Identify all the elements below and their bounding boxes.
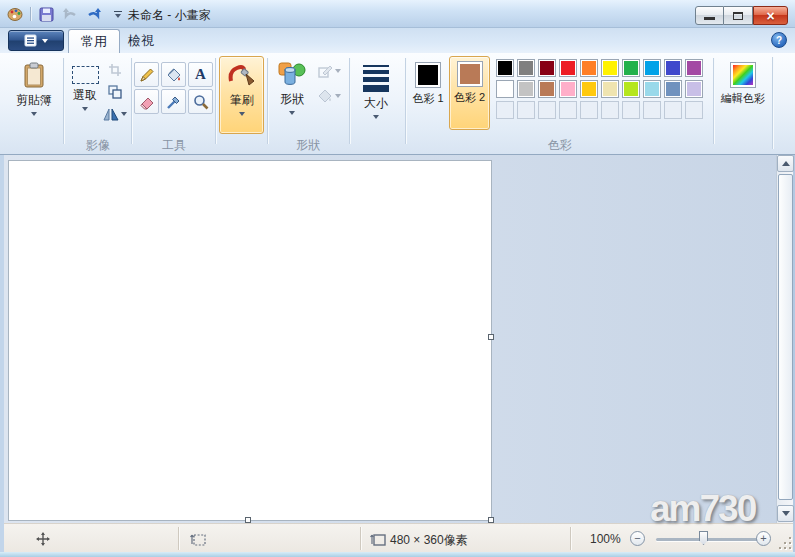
color2-label: 色彩 2 [454,90,485,105]
palette-swatch[interactable] [601,59,619,77]
palette-swatch[interactable] [580,80,598,98]
scroll-up-button[interactable] [777,155,794,172]
undo-button[interactable] [61,5,79,23]
tab-view[interactable]: 檢視 [116,29,166,53]
rotate-button[interactable] [98,104,132,124]
palette-empty-slot[interactable] [622,101,640,119]
image-group-label: 影像 [66,137,130,154]
crop-button[interactable] [100,60,130,80]
palette-swatch[interactable] [496,59,514,77]
palette-empty-slot[interactable] [538,101,556,119]
maximize-icon [733,12,743,20]
vertical-scrollbar[interactable] [776,155,793,523]
size-button[interactable]: 大小 [354,57,398,133]
minimize-button[interactable] [695,6,724,25]
palette-empty-slot[interactable] [643,101,661,119]
shape-fill-button[interactable] [314,86,344,106]
zoom-slider-thumb[interactable] [699,531,708,545]
shape-outline-button[interactable] [314,61,344,81]
resize-button[interactable] [100,82,130,102]
palette-empty-slot[interactable] [601,101,619,119]
outline-icon [318,64,333,78]
palette-swatch[interactable] [580,59,598,77]
resize-icon [108,85,122,99]
cursor-position-icon [36,532,50,546]
eraser-tool[interactable] [134,89,159,114]
palette-swatch[interactable] [559,80,577,98]
help-button[interactable]: ? [771,32,787,48]
pencil-tool[interactable] [134,62,159,87]
plus-icon: + [760,533,766,544]
watermark: am730 [650,488,755,530]
tab-home[interactable]: 常用 [68,29,120,53]
redo-button[interactable] [85,5,103,23]
close-button[interactable]: × [753,6,788,25]
chevron-down-icon [335,69,341,73]
chevron-down-icon [82,107,88,111]
text-tool[interactable]: A [188,62,213,87]
palette-swatch[interactable] [685,59,703,77]
palette-swatch[interactable] [664,59,682,77]
palette-swatch[interactable] [622,59,640,77]
canvas-resize-handle-right[interactable] [488,334,494,340]
magnifier-tool[interactable] [188,89,213,114]
color1-swatch [418,65,438,85]
palette-swatch[interactable] [538,59,556,77]
palette-swatch[interactable] [643,80,661,98]
palette-swatch[interactable] [496,80,514,98]
palette-swatch[interactable] [643,59,661,77]
save-button[interactable] [37,5,55,23]
canvas-work-area [4,155,776,523]
brushes-button[interactable]: 筆刷 [219,56,264,134]
drawing-canvas[interactable] [8,160,492,521]
palette-swatch[interactable] [622,80,640,98]
fill-bucket-icon [166,67,182,83]
pencil-icon [139,67,155,83]
palette-swatch[interactable] [517,59,535,77]
zoom-out-button[interactable]: − [630,531,645,546]
color2-button[interactable]: 色彩 2 [449,56,490,130]
palette-swatch[interactable] [601,80,619,98]
shapes-gallery-button[interactable]: 形狀 [271,57,313,133]
palette-empty-slot[interactable] [685,101,703,119]
palette-empty-slot[interactable] [664,101,682,119]
ribbon-edge-separator [772,57,773,149]
maximize-button[interactable] [724,6,753,25]
text-tool-icon: A [195,66,206,83]
chevron-down-icon [373,115,379,119]
fill-style-icon [318,89,333,103]
clipboard-button[interactable]: 剪貼簿 [8,57,60,133]
status-separator [178,527,179,550]
shapes-group-label: 形狀 [268,137,348,154]
group-separator [267,58,268,144]
window-resize-grip[interactable] [779,537,791,549]
status-separator [360,527,361,550]
palette-swatch[interactable] [664,80,682,98]
color2-swatch-frame [457,61,483,87]
clipboard-label: 剪貼簿 [16,92,52,109]
fill-tool[interactable] [161,62,186,87]
eyedropper-icon [166,94,182,110]
color1-button[interactable]: 色彩 1 [409,57,447,129]
customize-qat-button[interactable] [109,5,127,23]
palette-empty-slot[interactable] [559,101,577,119]
palette-swatch[interactable] [517,80,535,98]
scroll-down-button[interactable] [777,505,794,522]
palette-swatch[interactable] [685,80,703,98]
palette-swatch[interactable] [538,80,556,98]
selection-icon [72,66,99,84]
color-picker-tool[interactable] [161,89,186,114]
palette-empty-slot[interactable] [496,101,514,119]
group-separator [713,58,714,144]
colors-group-label: 色彩 [408,137,712,154]
zoom-in-button[interactable]: + [756,531,771,546]
palette-empty-slot[interactable] [517,101,535,119]
palette-empty-slot[interactable] [580,101,598,119]
window-controls: × [695,6,788,25]
edit-colors-button[interactable]: 編輯色彩 [716,57,770,129]
paint-menu-button[interactable] [8,30,64,51]
palette-swatch[interactable] [559,59,577,77]
scrollbar-thumb[interactable] [778,174,793,500]
paint-window: 未命名 - 小畫家 × 常用 檢視 ? 剪貼簿 [0,0,795,557]
group-separator [131,58,132,144]
